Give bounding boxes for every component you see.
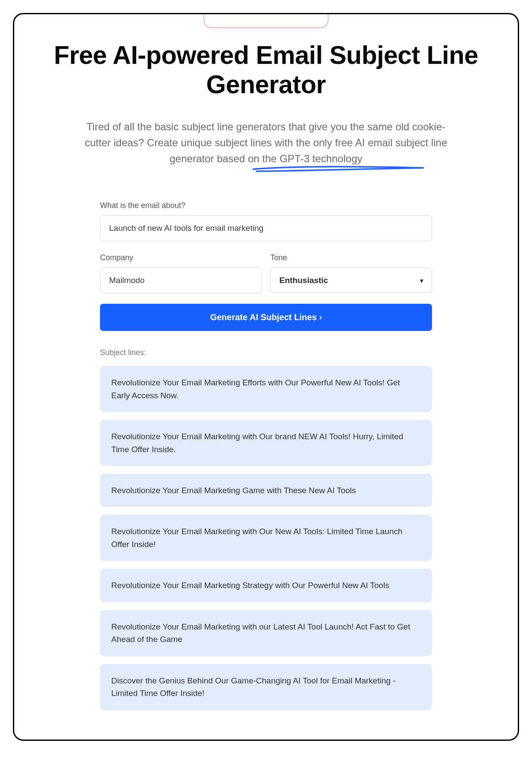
form-area: What is the email about? Company Tone En… [100, 201, 432, 710]
tone-select[interactable]: Enthusiastic [270, 268, 432, 293]
subtitle-wrap: Tired of all the basic subject line gene… [76, 119, 456, 167]
chevron-right-icon: › [319, 313, 322, 322]
result-item[interactable]: Revolutionize Your Email Marketing Game … [100, 474, 432, 507]
company-tone-row: Company Tone Enthusiastic ▾ [100, 253, 432, 293]
about-input[interactable] [100, 215, 432, 241]
result-item[interactable]: Revolutionize Your Email Marketing with … [100, 515, 432, 561]
result-item[interactable]: Revolutionize Your Email Marketing with … [100, 420, 432, 466]
generate-button[interactable]: Generate AI Subject Lines › [100, 304, 432, 331]
result-item[interactable]: Discover the Genius Behind Our Game-Chan… [100, 664, 432, 710]
result-item[interactable]: Revolutionize Your Email Marketing Strat… [100, 569, 432, 602]
result-item[interactable]: Revolutionize Your Email Marketing with … [100, 610, 432, 656]
result-item[interactable]: Revolutionize Your Email Marketing Effor… [100, 366, 432, 412]
company-label: Company [100, 253, 262, 262]
tone-select-wrap: Enthusiastic ▾ [270, 268, 432, 293]
generate-button-label: Generate AI Subject Lines [210, 312, 316, 322]
company-col: Company [100, 253, 262, 293]
page-subtitle: Tired of all the basic subject line gene… [76, 119, 456, 167]
results-label: Subject lines: [100, 348, 432, 357]
tone-label: Tone [270, 253, 432, 262]
tone-col: Tone Enthusiastic ▾ [270, 253, 432, 293]
company-input[interactable] [100, 268, 262, 293]
generator-card: Free AI-powered Email Subject Line Gener… [13, 13, 519, 741]
about-label: What is the email about? [100, 201, 432, 210]
page-title: Free AI-powered Email Subject Line Gener… [40, 41, 492, 100]
top-pill-decoration [203, 14, 329, 28]
results-list: Revolutionize Your Email Marketing Effor… [100, 366, 432, 710]
underline-decoration [252, 165, 425, 173]
